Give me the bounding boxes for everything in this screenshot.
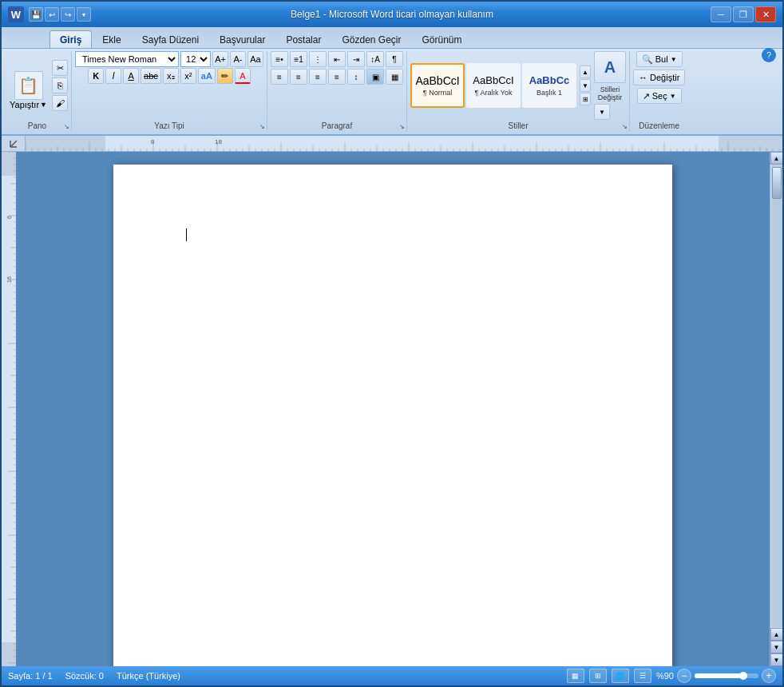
style-set-button[interactable]: A — [594, 51, 626, 83]
decrease-indent-button[interactable]: ⇤ — [328, 51, 346, 67]
justify-button[interactable]: ≡ — [328, 69, 346, 85]
font-shrink-button[interactable]: A- — [230, 51, 246, 67]
stiller-expand-icon[interactable]: ↘ — [622, 123, 628, 130]
web-layout-view[interactable]: 🌐 — [612, 669, 629, 683]
select-button[interactable]: ↗ Seç ▼ — [637, 88, 682, 104]
tab-giris[interactable]: Giriş — [49, 30, 92, 48]
font-grow-button[interactable]: A+ — [212, 51, 228, 67]
style-aralık-yok[interactable]: AaBbCcI ¶ Aralık Yok — [466, 63, 521, 108]
close-button[interactable]: ✕ — [755, 6, 776, 22]
copy-button[interactable]: ⎘ — [52, 77, 68, 93]
line-spacing-button[interactable]: ↕ — [347, 69, 365, 85]
save-quick-btn[interactable]: 💾 — [29, 7, 43, 22]
tab-gorunum[interactable]: Görünüm — [412, 30, 473, 48]
bold-button[interactable]: K — [88, 68, 104, 84]
tab-sayfa-duzeni[interactable]: Sayfa Düzeni — [132, 30, 209, 48]
document-area[interactable] — [16, 152, 770, 666]
scrollbar-up-button[interactable]: ▲ — [770, 152, 783, 165]
title-bar: W 💾 ↩ ↪ ▼ Belge1 - Microsoft Word ticari… — [2, 2, 782, 27]
page-count[interactable]: Sayfa: 1 / 1 — [8, 671, 53, 681]
subscript-button[interactable]: x₂ — [163, 68, 179, 84]
horizontal-ruler — [26, 136, 782, 152]
paste-label: Yapıştır — [10, 100, 39, 109]
app-window: W 💾 ↩ ↪ ▼ Belge1 - Microsoft Word ticari… — [0, 0, 784, 687]
paste-dropdown-arrow[interactable]: ▼ — [40, 101, 47, 109]
page-up-button[interactable]: ▲ — [770, 628, 783, 641]
clear-format-button[interactable]: Aa — [247, 51, 263, 67]
styles-scroll-down[interactable]: ▼ — [580, 79, 591, 92]
tab-ekle[interactable]: Ekle — [92, 30, 131, 48]
yazi-tipi-section: Times New Roman 12 A+ A- Aa K İ A abc — [72, 51, 267, 132]
page-down-button[interactable]: ▼ — [770, 641, 783, 653]
paragraf-expand-icon[interactable]: ↘ — [399, 123, 405, 130]
tab-basvurular[interactable]: Başvurular — [209, 30, 275, 48]
text-effect-button[interactable]: aA — [198, 68, 216, 84]
pano-label: Pano — [6, 121, 68, 132]
paste-button[interactable]: 📋 Yapıştır ▼ — [6, 69, 50, 111]
tab-postalar[interactable]: Postalar — [275, 30, 331, 48]
border-button[interactable]: ▦ — [386, 69, 403, 85]
format-painter-button[interactable]: 🖌 — [52, 95, 68, 111]
zoom-fill — [695, 673, 741, 678]
window-title: Belge1 - Microsoft Word ticari olmayan k… — [291, 9, 493, 20]
document-page[interactable] — [113, 165, 672, 666]
replace-button[interactable]: ↔ Değiştir — [633, 69, 685, 85]
pano-expand-icon[interactable]: ↘ — [64, 123, 69, 130]
styles-more-button[interactable]: ⊞ — [580, 93, 591, 105]
help-button[interactable]: ? — [762, 48, 776, 62]
styles-scroll-up[interactable]: ▲ — [580, 66, 591, 78]
bullet-list-button[interactable]: ≡• — [271, 51, 288, 67]
outline-view[interactable]: ☰ — [634, 669, 651, 683]
stiller-degistir-button[interactable]: ▼ — [594, 104, 610, 120]
zoom-slider[interactable] — [695, 673, 758, 678]
minimize-button[interactable]: ─ — [711, 6, 731, 22]
restore-button[interactable]: ❐ — [733, 6, 754, 22]
svg-line-0 — [10, 141, 17, 147]
increase-indent-button[interactable]: ⇥ — [347, 51, 365, 67]
italic-button[interactable]: İ — [105, 68, 121, 84]
sort-button[interactable]: ↕A — [366, 51, 384, 67]
yazi-tipi-expand-icon[interactable]: ↘ — [259, 123, 265, 130]
style-normal[interactable]: AaBbCcI ¶ Normal — [410, 63, 465, 108]
align-left-button[interactable]: ≡ — [271, 69, 288, 85]
align-center-button[interactable]: ≡ — [290, 69, 307, 85]
scrollbar-down-button[interactable]: ▼ — [770, 653, 783, 666]
full-screen-view[interactable]: ⊞ — [589, 669, 607, 683]
underline-button[interactable]: A — [123, 68, 139, 84]
align-right-button[interactable]: ≡ — [309, 69, 327, 85]
style-set-button-area: A StilleriDeğiştir ▼ — [594, 51, 626, 120]
shading-button[interactable]: ▣ — [366, 69, 384, 85]
redo-quick-btn[interactable]: ↪ — [61, 7, 75, 22]
find-icon: 🔍 — [642, 54, 653, 65]
font-size-select[interactable]: 12 — [180, 51, 211, 67]
undo-quick-btn[interactable]: ↩ — [45, 7, 59, 22]
font-name-select[interactable]: Times New Roman — [75, 51, 179, 67]
stiller-content: AaBbCcI ¶ Normal AaBbCcI ¶ Aralık Yok Aa… — [410, 51, 626, 120]
cut-button[interactable]: ✂ — [52, 60, 68, 76]
stiller-degistir-label: StilleriDeğiştir — [594, 85, 626, 101]
scrollbar-thumb[interactable] — [772, 167, 782, 199]
word-icon: W — [8, 6, 24, 22]
tab-gozden-gecir[interactable]: Gözden Geçir — [331, 30, 411, 48]
ribbon: Giriş Ekle Sayfa Düzeni Başvurular Posta… — [2, 27, 782, 136]
superscript-button[interactable]: x² — [180, 68, 196, 84]
word-count[interactable]: Sözcük: 0 — [65, 671, 104, 681]
zoom-out-button[interactable]: − — [677, 669, 691, 683]
ruler-corner[interactable] — [2, 136, 26, 152]
style-baslik1[interactable]: AaBbCc Başlık 1 — [522, 63, 576, 108]
vertical-ruler — [2, 152, 16, 666]
print-layout-view[interactable]: ▦ — [567, 669, 584, 683]
number-list-button[interactable]: ≡1 — [290, 51, 307, 67]
customize-quick-btn[interactable]: ▼ — [77, 7, 91, 22]
find-button[interactable]: 🔍 Bul ▼ — [636, 51, 683, 67]
multilevel-list-button[interactable]: ⋮ — [309, 51, 327, 67]
zoom-in-button[interactable]: + — [762, 669, 776, 683]
scrollbar-track[interactable] — [771, 165, 782, 627]
list-buttons-row: ≡• ≡1 ⋮ ⇤ ⇥ ↕A ¶ — [271, 51, 403, 67]
show-marks-button[interactable]: ¶ — [386, 51, 403, 67]
font-color-button[interactable]: A — [235, 68, 251, 84]
language-indicator[interactable]: Türkçe (Türkiye) — [117, 671, 180, 681]
text-highlight-button[interactable]: ✏ — [217, 68, 233, 84]
strikethrough-button[interactable]: abc — [141, 68, 161, 84]
zoom-handle[interactable] — [739, 672, 747, 680]
